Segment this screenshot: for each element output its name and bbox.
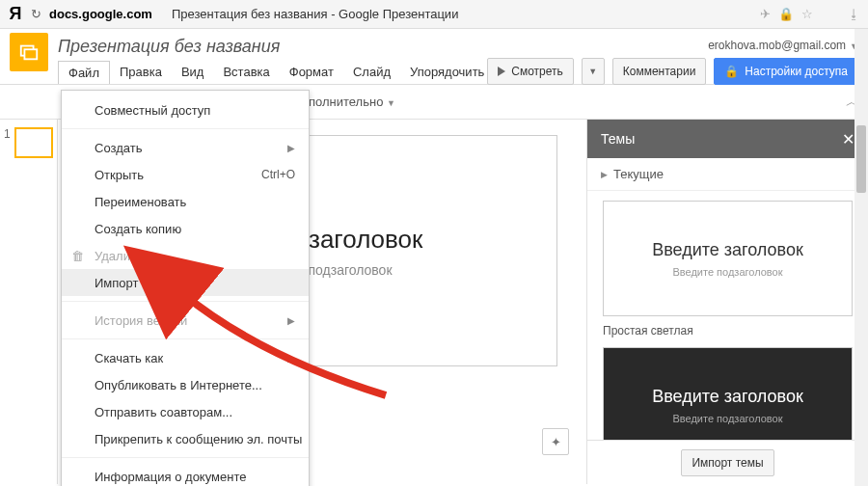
- themes-panel-header: Темы ✕: [587, 120, 868, 158]
- present-dropdown[interactable]: ▼: [582, 58, 605, 85]
- url-text[interactable]: docs.google.com: [49, 7, 152, 21]
- menu-edit[interactable]: Правка: [110, 61, 172, 84]
- menu-attach-email[interactable]: Прикрепить к сообщению эл. почты: [62, 425, 309, 452]
- menu-make-copy[interactable]: Создать копию: [62, 215, 309, 242]
- lock-icon: 🔒: [724, 65, 739, 78]
- menu-format[interactable]: Формат: [280, 61, 343, 84]
- vertical-scrollbar[interactable]: [854, 29, 868, 486]
- chevron-down-icon: ▼: [588, 67, 597, 76]
- menu-doc-info[interactable]: Информация о документе: [62, 463, 309, 486]
- chevron-right-icon: ▶: [601, 170, 608, 179]
- menu-open[interactable]: Открыть Ctrl+O: [62, 161, 309, 188]
- submenu-arrow-icon: ▶: [287, 353, 295, 364]
- themes-panel-footer: Импорт темы: [587, 440, 868, 484]
- lock-icon[interactable]: 🔒: [778, 7, 794, 21]
- menu-version-history: История версий ▶: [62, 307, 309, 334]
- yandex-favicon: Я: [8, 7, 23, 22]
- explore-icon: ✦: [551, 435, 561, 449]
- menu-create[interactable]: Создать ▶: [62, 134, 309, 161]
- reload-icon[interactable]: ↻: [31, 7, 41, 21]
- trash-icon: 🗑: [71, 249, 84, 263]
- slide-thumb-number: 1: [4, 127, 11, 158]
- header-right-actions: erokhova.mob@gmail.com▼ Смотреть ▼ Комме…: [487, 39, 858, 85]
- slides-app-icon[interactable]: [10, 33, 48, 71]
- user-email[interactable]: erokhova.mob@gmail.com▼: [487, 39, 858, 52]
- menu-import-slides[interactable]: Импорт слайдов...: [62, 269, 309, 296]
- share-button-label: Настройки доступа: [745, 65, 848, 78]
- slide-thumbnail-1[interactable]: [14, 127, 53, 158]
- menu-share[interactable]: Совместный доступ: [62, 96, 309, 123]
- menu-arrange[interactable]: Упорядочить: [400, 61, 494, 84]
- theme-card-simple-dark[interactable]: Введите заголовок Введите подзаголовок: [603, 347, 853, 440]
- theme-card-simple-light[interactable]: Введите заголовок Введите подзаголовок: [603, 201, 853, 316]
- submenu-arrow-icon: ▶: [287, 143, 295, 153]
- menu-open-shortcut: Ctrl+O: [261, 168, 295, 181]
- toolbar-more-label[interactable]: полнительно ▼: [309, 94, 395, 109]
- menu-email-collab[interactable]: Отправить соавторам...: [62, 398, 309, 425]
- explore-button[interactable]: ✦: [542, 428, 569, 455]
- menu-delete: 🗑 Удалить: [62, 242, 309, 269]
- app-header: Презентация без названия Файл Правка Вид…: [0, 29, 868, 84]
- theme-card-title: Введите заголовок: [652, 387, 803, 407]
- present-button-label: Смотреть: [511, 65, 563, 78]
- rocket-icon[interactable]: ✈: [760, 7, 771, 21]
- slide-filmstrip: 1: [0, 120, 58, 484]
- menu-slide[interactable]: Слайд: [343, 61, 400, 84]
- themes-current-toggle[interactable]: ▶ Текущие: [587, 158, 868, 191]
- themes-current-label: Текущие: [613, 167, 664, 181]
- theme-card-subtitle: Введите подзаголовок: [673, 266, 783, 278]
- menu-download-as-label: Скачать как: [95, 351, 163, 365]
- page-title-text: Презентация без названия - Google Презен…: [172, 7, 752, 21]
- menu-version-history-label: История версий: [95, 313, 187, 328]
- menu-rename[interactable]: Переименовать: [62, 188, 309, 215]
- user-email-text: erokhova.mob@gmail.com: [708, 39, 846, 52]
- scrollbar-handle[interactable]: [856, 125, 866, 193]
- themes-panel: Темы ✕ ▶ Текущие Введите заголовок Введи…: [586, 120, 868, 484]
- browser-address-bar: Я ↻ docs.google.com Презентация без назв…: [0, 0, 868, 29]
- menu-view[interactable]: Вид: [172, 61, 214, 84]
- themes-panel-title: Темы: [601, 131, 635, 147]
- theme-name-simple-light: Простая светлая: [603, 324, 853, 338]
- menu-delete-label: Удалить: [95, 249, 143, 263]
- share-button[interactable]: 🔒 Настройки доступа: [714, 58, 858, 85]
- menu-file[interactable]: Файл: [58, 61, 110, 84]
- menu-insert[interactable]: Вставка: [213, 61, 279, 84]
- close-icon[interactable]: ✕: [842, 130, 854, 148]
- menu-download-as[interactable]: Скачать как ▶: [62, 344, 309, 371]
- menu-create-label: Создать: [95, 141, 142, 155]
- menu-publish[interactable]: Опубликовать в Интернете...: [62, 371, 309, 398]
- submenu-arrow-icon: ▶: [287, 315, 295, 326]
- file-menu-dropdown: Совместный доступ Создать ▶ Открыть Ctrl…: [61, 90, 310, 486]
- bookmark-icon[interactable]: ☆: [801, 7, 813, 21]
- import-theme-button[interactable]: Импорт темы: [681, 449, 773, 476]
- play-icon: [498, 67, 505, 76]
- present-button[interactable]: Смотреть: [487, 58, 574, 85]
- theme-card-subtitle: Введите подзаголовок: [673, 413, 783, 424]
- svg-rect-1: [24, 49, 37, 59]
- menu-open-label: Открыть: [95, 168, 144, 182]
- theme-card-title: Введите заголовок: [652, 240, 803, 260]
- comments-button[interactable]: Комментарии: [612, 58, 707, 85]
- download-icon[interactable]: ⭳: [848, 7, 860, 21]
